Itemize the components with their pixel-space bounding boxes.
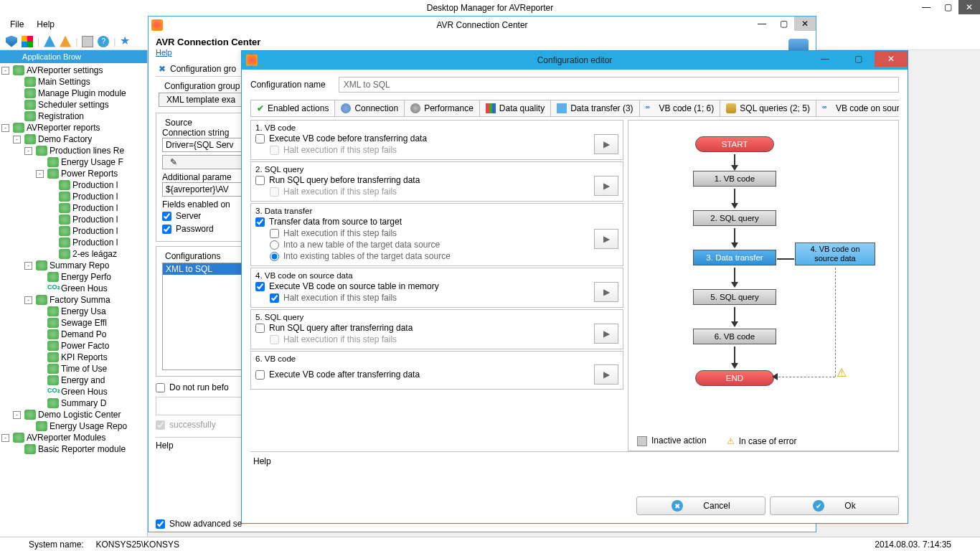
tree-item[interactable]: Energy Usage F <box>0 156 147 168</box>
a2-run-checkbox[interactable] <box>255 176 265 185</box>
cfg-name-input[interactable] <box>339 77 899 93</box>
tree-item[interactable]: Registration <box>0 110 147 122</box>
cc-norun-checkbox[interactable] <box>156 383 165 392</box>
tree-item[interactable]: -Summary Repo <box>0 260 147 271</box>
tab-performance[interactable]: Performance <box>404 100 480 116</box>
ce-minimize-button[interactable]: — <box>809 51 842 67</box>
a2-run-button[interactable]: ▶ <box>594 176 618 196</box>
tree-item[interactable]: Summary D <box>0 397 147 409</box>
cc-minimize-button[interactable]: — <box>751 17 773 31</box>
a5-halt-checkbox <box>270 335 279 344</box>
flow-start: START <box>695 136 774 152</box>
a6-exec-checkbox[interactable] <box>255 370 265 380</box>
close-button[interactable]: ✕ <box>958 0 980 14</box>
tree-item-icon <box>36 260 47 270</box>
tree-item[interactable]: Basic Reporter module <box>0 443 147 455</box>
flow-legend: Inactive action ⚠In case of error <box>637 435 796 446</box>
tree-item[interactable]: Production l <box>0 237 147 248</box>
cc-close-button[interactable]: ✕ <box>794 17 816 31</box>
tree-item-label: Summary D <box>61 398 106 408</box>
bars-icon <box>486 103 496 113</box>
maximize-button[interactable]: ▢ <box>937 0 958 14</box>
toolbar-alert-orange-icon[interactable] <box>60 36 71 47</box>
a1-run-button[interactable]: ▶ <box>594 134 618 154</box>
tree-item[interactable]: Sewage Effl <box>0 317 147 329</box>
tabstrip: ✔Enabled actions Connection Performance … <box>250 100 899 117</box>
ce-maximize-button[interactable]: ▢ <box>842 51 875 67</box>
tree-item[interactable]: -AVReporter reports <box>0 122 147 133</box>
a5-run-checkbox[interactable] <box>255 324 265 333</box>
a1-exec-checkbox[interactable] <box>255 134 265 143</box>
tree-item[interactable]: Scheduler settings <box>0 99 147 110</box>
ce-close-button[interactable]: ✕ <box>875 51 908 67</box>
tree-item[interactable]: -Demo Logistic Center <box>0 409 147 420</box>
tree-item[interactable]: Energy Usa <box>0 306 147 317</box>
tree-item[interactable]: Production l <box>0 191 147 202</box>
tree-item[interactable]: CO₂Green Hous <box>0 283 147 294</box>
tree-item[interactable]: -AVReporter Modules <box>0 432 147 443</box>
tree-item[interactable]: Production l <box>0 179 147 191</box>
tab-sql-queries[interactable]: SQL queries (2; 5) <box>720 100 816 116</box>
tree-item[interactable]: -AVReporter settings <box>0 65 147 76</box>
a3-existing-radio[interactable] <box>270 252 279 261</box>
toolbar-star-icon[interactable]: ★ <box>120 36 131 47</box>
a3-halt-checkbox[interactable] <box>270 229 279 238</box>
tree-item-icon <box>47 364 59 374</box>
cc-help-link[interactable]: Help <box>156 48 172 57</box>
toolbar-help-icon[interactable]: ? <box>98 36 109 47</box>
tree-item[interactable]: -Power Reports <box>0 168 147 179</box>
tab-connection[interactable]: Connection <box>334 100 405 116</box>
tree-item[interactable]: Main Settings <box>0 76 147 88</box>
tree-item[interactable]: Energy Perfo <box>0 271 147 283</box>
tree-item[interactable]: Manage Plugin module <box>0 88 147 99</box>
tab-vb-code-16[interactable]: ∞VB code (1; 6) <box>639 100 721 116</box>
a3-newtable-radio[interactable] <box>270 240 279 250</box>
cc-advanced-checkbox[interactable] <box>156 519 165 529</box>
tree-item[interactable]: -Production lines Re <box>0 145 147 156</box>
tree-item-icon <box>36 295 47 305</box>
tree-item[interactable]: Demand Po <box>0 329 147 340</box>
tree-item[interactable]: -Demo Factory <box>0 133 147 145</box>
toolbar-docs-icon[interactable] <box>82 36 93 47</box>
tree-item[interactable]: Power Facto <box>0 340 147 352</box>
ce-ok-button[interactable]: ✔ Ok <box>770 496 899 515</box>
tree-item[interactable]: Time of Use <box>0 363 147 375</box>
tab-vb-source[interactable]: ∞VB code on source data (4) <box>816 100 899 116</box>
tree-item[interactable]: Energy and <box>0 375 147 386</box>
a4-run-button[interactable]: ▶ <box>594 282 618 302</box>
tree-item-icon <box>24 111 36 121</box>
cc-configs-legend: Configurations <box>162 251 223 261</box>
tree-item-icon <box>36 146 47 156</box>
a4-halt-checkbox[interactable] <box>270 293 279 303</box>
ce-cancel-button[interactable]: ✖ Cancel <box>636 496 765 515</box>
a4-exec-checkbox[interactable] <box>255 282 265 291</box>
tree-item[interactable]: CO₂Green Hous <box>0 386 147 397</box>
tree-item[interactable]: Production l <box>0 225 147 237</box>
tree-item[interactable]: Production l <box>0 202 147 214</box>
tree-item[interactable]: Production l <box>0 214 147 225</box>
nav-tree[interactable]: -AVReporter settingsMain SettingsManage … <box>0 63 147 537</box>
toolbar-shield-icon[interactable] <box>6 36 17 47</box>
cc-password-checkbox[interactable] <box>162 225 171 234</box>
toolbar-grid-icon[interactable] <box>22 36 33 47</box>
a5-run-button[interactable]: ▶ <box>594 324 618 344</box>
tab-data-transfer[interactable]: Data transfer (3) <box>550 100 639 116</box>
tab-enabled-actions[interactable]: ✔Enabled actions <box>250 100 335 116</box>
toolbar-alert-blue-icon[interactable] <box>44 36 55 47</box>
tree-item-icon <box>59 226 70 236</box>
flow-node-5: 5. SQL query <box>693 289 776 305</box>
menu-help[interactable]: Help <box>37 19 55 29</box>
tree-item[interactable]: KPI Reports <box>0 352 147 363</box>
cc-maximize-button[interactable]: ▢ <box>773 17 794 31</box>
a6-run-button[interactable]: ▶ <box>594 364 618 385</box>
tree-item[interactable]: -Factory Summa <box>0 294 147 306</box>
a3-run-button[interactable]: ▶ <box>594 229 618 249</box>
minimize-button[interactable]: — <box>915 0 937 14</box>
tree-item[interactable]: Energy Usage Repo <box>0 420 147 432</box>
menu-file[interactable]: File <box>10 19 24 29</box>
a3-transfer-checkbox[interactable] <box>255 217 265 227</box>
flow-node-2: 2. SQL query <box>693 210 776 226</box>
cc-server-checkbox[interactable] <box>162 212 171 221</box>
tree-item[interactable]: 2-es leágaz <box>0 248 147 260</box>
tab-data-quality[interactable]: Data quality <box>479 100 551 116</box>
